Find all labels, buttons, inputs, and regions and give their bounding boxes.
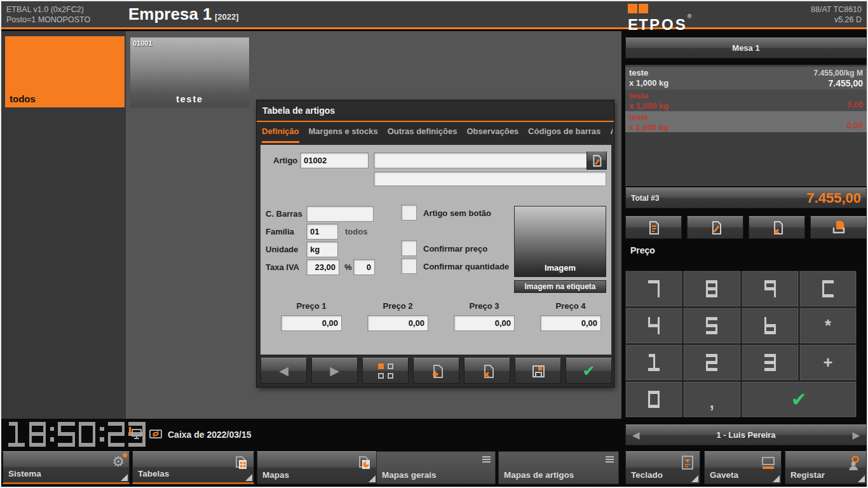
- confirmar-quantidade-checkbox[interactable]: [401, 258, 417, 274]
- teclado-label: Teclado: [631, 470, 663, 480]
- numpad-key-multiply[interactable]: *: [800, 308, 856, 343]
- numpad-key-4[interactable]: [626, 308, 682, 343]
- terminal-line: 88/AT TC8610: [811, 4, 862, 15]
- total-bar: Total #3 7.455,00: [625, 187, 867, 208]
- preco2-label: Preço 2: [367, 301, 428, 311]
- posto-line: Posto=1 MONOPOSTO: [6, 15, 90, 25]
- keyboard-icon: [680, 455, 695, 473]
- ticket-item-row[interactable]: testex 1,000 kg 0,00: [625, 90, 867, 111]
- item-unit-price: 7.455,00/kg M: [814, 68, 863, 78]
- numpad-key-5[interactable]: [684, 308, 740, 343]
- numpad-key-plus[interactable]: +: [800, 345, 856, 380]
- reports-document-icon: [356, 455, 372, 474]
- logo-square-icon: [628, 4, 637, 13]
- menu-tabelas-button[interactable]: Tabelas: [132, 451, 254, 484]
- family-button-todos[interactable]: todos: [5, 36, 125, 107]
- menu-mapas-artigos-button[interactable]: Mapas de artigos: [498, 451, 619, 484]
- taxa-iva-input[interactable]: [306, 259, 339, 275]
- article-image-box[interactable]: Imagem: [514, 206, 606, 277]
- artigo-descricao2-input[interactable]: [374, 172, 606, 186]
- tab-margens-e-stocks[interactable]: Margens e stocks: [309, 126, 378, 143]
- numpad-key-3[interactable]: [742, 345, 798, 380]
- ticket-item-row-selected[interactable]: testex 1,000 kg 0,00: [625, 111, 867, 132]
- tab-codigos-de-barras[interactable]: Códigos de barras: [528, 126, 600, 143]
- terminal-connection-icon: [127, 426, 144, 442]
- artigo-label: Artigo: [273, 156, 297, 165]
- item-amount: 0,00: [847, 100, 863, 110]
- left-arrow-icon: ◀: [279, 363, 288, 378]
- numpad-key-7[interactable]: [626, 271, 682, 306]
- menu-mapas-label: Mapas: [262, 470, 289, 480]
- edit-line-button[interactable]: [687, 216, 743, 239]
- menu-mapas-gerais-label: Mapas gerais: [382, 470, 437, 480]
- item-amount: 7.455,00: [814, 78, 863, 88]
- familia-input[interactable]: [306, 224, 338, 240]
- artigo-code-input[interactable]: [300, 152, 369, 168]
- document-delete-icon: [479, 363, 496, 379]
- menu-sistema-label: Sistema: [8, 469, 41, 478]
- total-label: Total #3: [631, 194, 659, 203]
- ticket-item-row[interactable]: testex 1,000 kg 7.455,00/kg M7.455,00: [625, 67, 867, 90]
- menu-sistema-button[interactable]: ⚙ Sistema: [3, 451, 130, 484]
- operator-login-icon: [844, 455, 862, 475]
- menu-lines-icon: [482, 455, 491, 464]
- menu-mapas-button[interactable]: Mapas: [257, 451, 377, 484]
- registar-button[interactable]: Registar: [785, 451, 867, 484]
- preco1-input[interactable]: [281, 315, 342, 331]
- numpad-key-enter[interactable]: ✔: [742, 382, 857, 417]
- previous-operator-button[interactable]: ◀: [632, 430, 640, 441]
- imagem-na-etiqueta-button[interactable]: Imagem na etiqueta: [514, 280, 606, 293]
- tab-observacoes[interactable]: Observações: [466, 126, 519, 143]
- next-record-button[interactable]: ▶: [311, 358, 358, 384]
- preco2-input[interactable]: [367, 315, 428, 331]
- tab-associacao[interactable]: Associaç: [610, 126, 613, 143]
- table-header-button[interactable]: Mesa 1: [625, 37, 867, 58]
- numpad-key-2[interactable]: [684, 345, 740, 380]
- taxa-iva-label: Taxa IVA: [266, 262, 299, 272]
- item-name: teste: [629, 68, 668, 78]
- numpad-key-8[interactable]: [684, 271, 740, 306]
- gaveta-button[interactable]: Gaveta: [704, 451, 782, 484]
- save-record-button[interactable]: [515, 358, 561, 384]
- taxa-iva2-input[interactable]: [353, 259, 375, 275]
- delete-record-button[interactable]: [464, 358, 510, 384]
- cbarras-input[interactable]: [306, 206, 374, 222]
- next-operator-button[interactable]: ▶: [852, 430, 860, 441]
- void-line-button[interactable]: [749, 216, 805, 239]
- article-button-code: 01001: [133, 39, 153, 47]
- preco3-input[interactable]: [454, 315, 515, 331]
- teclado-button[interactable]: Teclado: [625, 451, 700, 484]
- numpad-key-1[interactable]: [626, 345, 682, 380]
- registar-label: Registar: [790, 470, 825, 480]
- previous-record-button[interactable]: ◀: [261, 358, 307, 384]
- item-amount: 0,00: [847, 121, 863, 131]
- tab-definicao[interactable]: Definição: [262, 126, 299, 143]
- new-record-button[interactable]: [413, 358, 459, 384]
- numpad-key-clear[interactable]: [800, 271, 856, 306]
- confirm-button[interactable]: ✔: [566, 358, 612, 384]
- artigo-descricao-input[interactable]: [374, 152, 597, 168]
- document-pencil-icon: [590, 154, 604, 168]
- familia-label: Família: [266, 227, 294, 236]
- cash-session-icon: [147, 426, 164, 442]
- article-button-name: teste: [130, 94, 249, 104]
- confirmar-preco-checkbox[interactable]: [401, 240, 417, 256]
- numpad-key-0[interactable]: [626, 382, 682, 417]
- artigo-sem-botao-checkbox[interactable]: [401, 205, 417, 220]
- header-bar: ETBAL v1.0 (0x2FC2) Posto=1 MONOPOSTO Em…: [1, 1, 867, 29]
- numpad: * + , ✔: [625, 271, 857, 417]
- browse-records-button[interactable]: [362, 358, 409, 384]
- article-button-teste[interactable]: 01001 teste: [130, 37, 249, 108]
- preco4-input[interactable]: [540, 315, 601, 331]
- numpad-key-9[interactable]: [742, 271, 798, 306]
- numpad-key-6[interactable]: [742, 308, 798, 343]
- print-ticket-button[interactable]: [810, 216, 867, 239]
- unidade-input[interactable]: [306, 241, 338, 257]
- tab-outras-definicoes[interactable]: Outras definições: [388, 126, 458, 143]
- etpos-logo: ET POS ®: [628, 4, 691, 34]
- percent-sign: %: [344, 262, 352, 272]
- edit-description-button[interactable]: [587, 151, 607, 170]
- menu-mapas-gerais-button[interactable]: Mapas gerais: [376, 451, 496, 484]
- ticket-lines-button[interactable]: [625, 216, 682, 239]
- numpad-key-comma[interactable]: ,: [684, 382, 740, 417]
